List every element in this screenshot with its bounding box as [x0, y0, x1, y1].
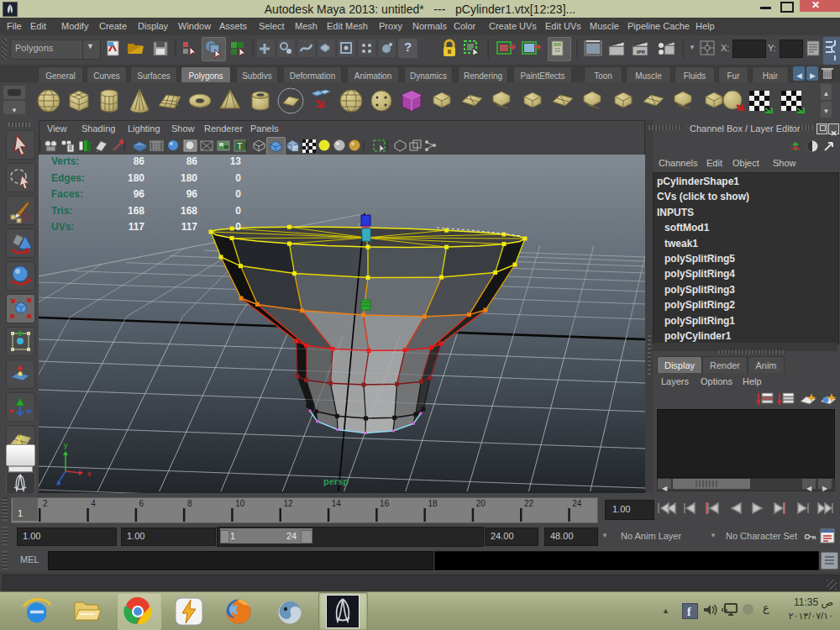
- svg-text:y: y: [64, 441, 68, 449]
- svg-text:24: 24: [572, 499, 582, 508]
- svg-text:T: T: [237, 141, 243, 151]
- svg-text:168: 168: [181, 205, 197, 217]
- svg-text:Tris:: Tris:: [51, 205, 72, 217]
- svg-text:4: 4: [91, 499, 96, 508]
- svg-text:10: 10: [235, 499, 245, 508]
- svg-text:8: 8: [187, 499, 192, 508]
- svg-text:117: 117: [129, 221, 145, 233]
- svg-text:16: 16: [380, 499, 390, 508]
- svg-text:0: 0: [235, 221, 241, 233]
- svg-text:14: 14: [332, 499, 342, 508]
- svg-text:96: 96: [134, 188, 145, 200]
- svg-text:UVs:: UVs:: [51, 221, 74, 233]
- svg-text:86: 86: [186, 155, 198, 167]
- svg-text:12: 12: [284, 499, 294, 508]
- svg-text:2: 2: [43, 499, 48, 508]
- svg-text:180: 180: [181, 172, 197, 184]
- svg-text:0: 0: [235, 188, 241, 200]
- svg-text:Faces:: Faces:: [51, 188, 83, 200]
- svg-text:0: 0: [235, 172, 241, 184]
- svg-text:0: 0: [235, 205, 241, 217]
- svg-text:168: 168: [128, 205, 144, 217]
- svg-text:96: 96: [186, 188, 198, 200]
- svg-text:6: 6: [139, 499, 144, 508]
- svg-text:180: 180: [128, 172, 144, 184]
- svg-text:22: 22: [524, 499, 534, 508]
- svg-text:20: 20: [476, 499, 486, 508]
- svg-text:18: 18: [428, 499, 438, 508]
- svg-text:Verts:: Verts:: [51, 155, 79, 167]
- svg-text:13: 13: [230, 155, 242, 167]
- svg-text:persp: persp: [323, 476, 349, 486]
- svg-text:86: 86: [134, 155, 145, 167]
- svg-text:Edges:: Edges:: [51, 172, 85, 184]
- svg-text:IPR: IPR: [637, 50, 646, 55]
- svg-text:x: x: [87, 470, 92, 478]
- svg-text:117: 117: [181, 221, 198, 233]
